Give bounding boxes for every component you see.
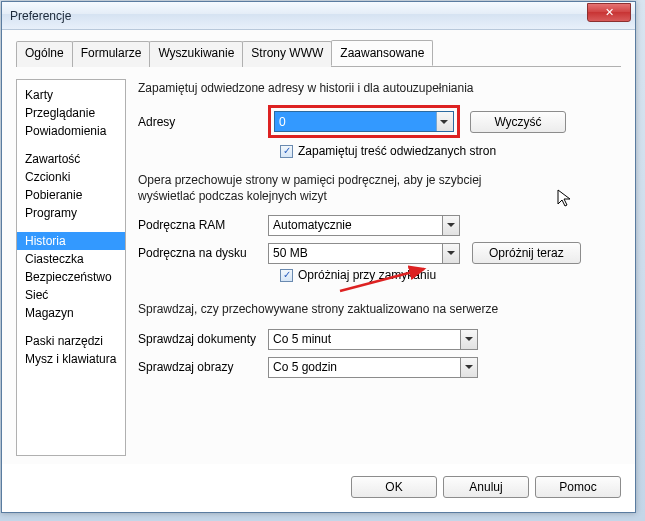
label-addresses: Adresy [138, 115, 268, 129]
sidebar-item-network[interactable]: Sieć [17, 286, 125, 304]
checkbox-remember-content[interactable] [280, 145, 293, 158]
ok-button[interactable]: OK [351, 476, 437, 498]
disk-cache-value: 50 MB [273, 246, 308, 260]
label-ram-cache: Podręczna RAM [138, 218, 268, 232]
settings-panel: Zapamiętuj odwiedzone adresy w historii … [138, 79, 621, 456]
sidebar-item-downloads[interactable]: Pobieranie [17, 186, 125, 204]
close-icon: ✕ [605, 6, 614, 19]
ram-cache-combo[interactable]: Automatycznie [268, 215, 460, 236]
dialog-footer: OK Anuluj Pomoc [2, 464, 635, 512]
sidebar-item-toolbars[interactable]: Paski narzędzi [17, 332, 125, 350]
check-docs-combo[interactable]: Co 5 minut [268, 329, 478, 350]
tab-forms[interactable]: Formularze [72, 41, 151, 67]
main-area: Karty Przeglądanie Powiadomienia Zawarto… [16, 67, 621, 456]
label-disk-cache: Podręczna na dysku [138, 246, 268, 260]
info-cache: Opera przechowuje strony w pamięci podrę… [138, 172, 538, 204]
chevron-down-icon [460, 330, 477, 349]
window-title: Preferencje [10, 9, 587, 23]
check-images-combo[interactable]: Co 5 godzin [268, 357, 478, 378]
tab-search[interactable]: Wyszukiwanie [149, 41, 243, 67]
label-check-images: Sprawdzaj obrazy [138, 360, 268, 374]
titlebar: Preferencje ✕ [2, 2, 635, 30]
tab-bar: Ogólne Formularze Wyszukiwanie Strony WW… [16, 40, 621, 67]
sidebar-item-content[interactable]: Zawartość [17, 150, 125, 168]
sidebar-item-notifications[interactable]: Powiadomienia [17, 122, 125, 140]
empty-now-button[interactable]: Opróżnij teraz [472, 242, 581, 264]
sidebar-item-storage[interactable]: Magazyn [17, 304, 125, 322]
cursor-icon [557, 189, 573, 213]
heading-check-updates: Sprawdzaj, czy przechowywane strony zakt… [138, 302, 617, 316]
label-remember-content: Zapamiętuj treść odwiedzanych stron [298, 144, 496, 158]
cancel-button[interactable]: Anuluj [443, 476, 529, 498]
close-button[interactable]: ✕ [587, 3, 631, 22]
label-check-docs: Sprawdzaj dokumenty [138, 332, 268, 346]
help-button[interactable]: Pomoc [535, 476, 621, 498]
tab-general[interactable]: Ogólne [16, 41, 73, 67]
preferences-window: Preferencje ✕ Ogólne Formularze Wyszukiw… [1, 1, 636, 513]
addresses-value: 0 [279, 115, 286, 129]
chevron-down-icon [442, 244, 459, 263]
chevron-down-icon [442, 216, 459, 235]
addresses-combo[interactable]: 0 [274, 111, 454, 132]
sidebar: Karty Przeglądanie Powiadomienia Zawarto… [16, 79, 126, 456]
disk-cache-combo[interactable]: 50 MB [268, 243, 460, 264]
sidebar-item-tabs[interactable]: Karty [17, 86, 125, 104]
sidebar-item-fonts[interactable]: Czcionki [17, 168, 125, 186]
clear-button[interactable]: Wyczyść [470, 111, 566, 133]
heading-addresses: Zapamiętuj odwiedzone adresy w historii … [138, 81, 617, 95]
content-area: Ogólne Formularze Wyszukiwanie Strony WW… [2, 30, 635, 464]
sidebar-item-mouse-keyboard[interactable]: Mysz i klawiatura [17, 350, 125, 368]
sidebar-item-browsing[interactable]: Przeglądanie [17, 104, 125, 122]
sidebar-item-programs[interactable]: Programy [17, 204, 125, 222]
highlight-box: 0 [268, 105, 460, 138]
label-empty-on-close: Opróżniaj przy zamykaniu [298, 268, 436, 282]
chevron-down-icon [460, 358, 477, 377]
tab-advanced[interactable]: Zaawansowane [331, 40, 433, 66]
sidebar-item-security[interactable]: Bezpieczeństwo [17, 268, 125, 286]
check-images-value: Co 5 godzin [273, 360, 337, 374]
sidebar-item-history[interactable]: Historia [17, 232, 125, 250]
checkbox-empty-on-close[interactable] [280, 269, 293, 282]
ram-cache-value: Automatycznie [273, 218, 352, 232]
tab-webpages[interactable]: Strony WWW [242, 41, 332, 67]
chevron-down-icon [436, 112, 453, 131]
check-docs-value: Co 5 minut [273, 332, 331, 346]
sidebar-item-cookies[interactable]: Ciasteczka [17, 250, 125, 268]
